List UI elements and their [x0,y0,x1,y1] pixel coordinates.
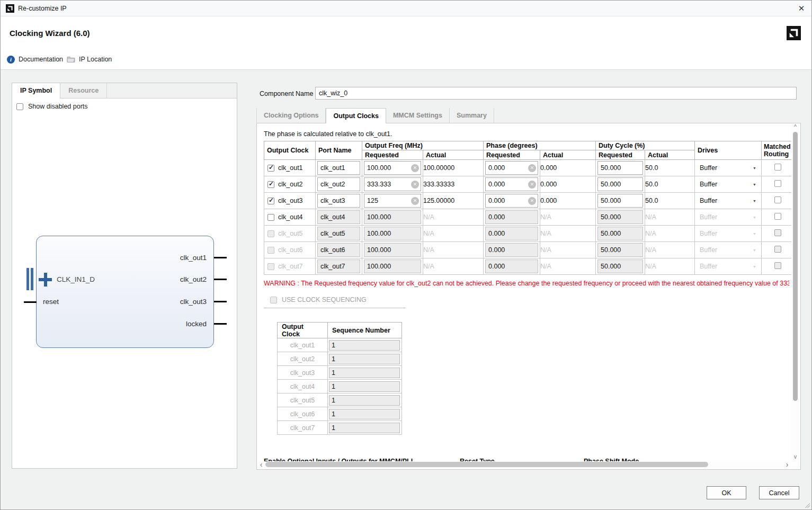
vertical-scrollbar[interactable]: ^ v [791,124,799,460]
clk-out3-enable-checkbox[interactable]: ✓ [267,198,274,204]
clk-out4-enable-checkbox[interactable] [267,214,274,221]
chevron-down-icon: ▼ [753,265,756,269]
documentation-button[interactable]: i Documentation [7,49,63,69]
phase-requested-input [487,230,536,237]
scroll-right-icon[interactable]: › [784,461,790,468]
chevron-down-icon: ▼ [753,232,756,236]
matched-routing-checkbox[interactable] [774,213,781,220]
clk-out5-enable-checkbox [267,230,274,237]
drives-dropdown[interactable]: Buffer▼ [695,164,761,172]
clear-icon[interactable]: ✕ [411,181,419,189]
matched-routing-checkbox[interactable] [774,246,781,253]
output-clock-label: clk_out6 [278,246,303,254]
clk-out2-enable-checkbox[interactable]: ✓ [267,181,274,188]
phase-requested-input [487,246,536,254]
clear-icon[interactable]: ✕ [411,197,419,205]
toolbar: i Documentation IP Location [1,49,811,70]
port-name-input[interactable] [317,177,360,191]
folder-icon [67,55,75,64]
col-seq-output-clock: Output Clock [278,323,328,338]
port-name-input [317,243,360,257]
scroll-left-icon[interactable]: ‹ [258,461,264,468]
drives-dropdown[interactable]: Buffer▼ [695,197,761,204]
col-sequence-number: Sequence Number [328,323,402,338]
output-clock-label: clk_out7 [278,263,303,270]
matched-routing-checkbox[interactable] [774,229,781,236]
port-name-input[interactable] [317,161,360,175]
warning-message: WARNING : The Requested frequency value … [264,280,789,287]
phase-note: The phase is calculated relative to clk_… [264,130,392,138]
clear-icon[interactable]: ✕ [528,164,536,172]
clear-icon[interactable]: ✕ [528,197,536,205]
freq-requested-input[interactable] [366,181,411,188]
resize-grip[interactable] [805,503,810,508]
clk-out1-enable-checkbox[interactable]: ✓ [267,165,274,172]
settings-tabs: Clocking Options Output Clocks MMCM Sett… [256,108,494,123]
freq-actual-value: 100.00000 [423,160,484,176]
tab-summary[interactable]: Summary [450,108,494,123]
show-disabled-ports-checkbox[interactable]: Show disabled ports [16,103,88,110]
table-row: clk_out5 [278,393,402,407]
duty-actual-value: 50.0 [645,193,695,209]
phase-actual-value: 0.000 [540,176,596,193]
sequence-number-input [329,423,400,433]
duty-requested-input [600,246,641,254]
ok-button[interactable]: OK [707,486,746,499]
tab-mmcm-settings[interactable]: MMCM Settings [386,108,450,123]
freq-requested-input [366,263,419,270]
horizontal-scrollbar-thumb[interactable] [265,462,708,467]
freq-requested-input [366,230,419,237]
freq-requested-input[interactable] [366,164,411,172]
matched-routing-checkbox[interactable] [774,262,781,269]
left-panel-tabs: IP Symbol Resource [12,83,237,99]
scroll-up-icon[interactable]: ^ [791,124,799,130]
ip-block-diagram [36,236,214,348]
port-clk-out1: clk_out1 [180,254,207,262]
clear-icon[interactable]: ✕ [411,164,419,172]
reset-pin-stub [24,301,37,303]
phase-requested-input[interactable] [487,181,528,188]
table-row: clk_out4 N/A N/A N/A Buffer▼ [264,209,794,226]
duty-actual-value: 50.0 [645,160,695,176]
duty-requested-input[interactable] [600,181,641,188]
phase-requested-input[interactable] [487,197,528,204]
clock-sequencing-table: Output Clock Sequence Number clk_out1 cl… [277,322,402,435]
duty-requested-input[interactable] [600,197,641,204]
vertical-scrollbar-thumb[interactable] [793,132,798,401]
component-name-input[interactable] [315,87,797,100]
phase-requested-input [487,213,536,221]
tab-output-clocks[interactable]: Output Clocks [326,108,386,123]
phase-actual-value: N/A [540,226,596,242]
output-clocks-table: Output Clock Port Name Output Freq (MHz)… [264,141,794,275]
duty-requested-input [600,263,641,270]
horizontal-scrollbar[interactable]: ‹ › [258,461,790,468]
matched-routing-checkbox[interactable] [774,180,781,187]
duty-requested-input[interactable] [600,164,641,172]
phase-requested-input[interactable] [487,164,528,172]
col-duty-cycle: Duty Cycle (%) [596,141,695,150]
clk-out1-pin-stub [214,257,227,258]
duty-requested-input [600,230,641,237]
settings-panel: Clocking Options Output Clocks MMCM Sett… [256,108,801,470]
sequence-number-input [329,395,400,406]
close-icon[interactable]: ✕ [795,3,808,14]
table-row: clk_out6 [278,407,402,421]
tab-resource[interactable]: Resource [60,83,107,98]
table-row: ✓clk_out2 ✕ 333.33333 ✕ 0.000 50.0 Buffe… [264,176,794,193]
ip-location-button[interactable]: IP Location [67,49,112,69]
clk-out2-pin-stub [214,279,227,280]
col-output-clock: Output Clock [264,141,316,160]
tab-ip-symbol[interactable]: IP Symbol [12,83,60,99]
scroll-down-icon[interactable]: v [791,454,799,460]
col-duty-requested: Requested [596,150,645,160]
cancel-button[interactable]: Cancel [759,486,799,499]
port-name-input[interactable] [317,194,360,208]
matched-routing-checkbox[interactable] [774,164,781,171]
drives-dropdown[interactable]: Buffer▼ [695,181,761,188]
expand-plus-icon[interactable] [44,273,47,287]
clear-icon[interactable]: ✕ [528,181,536,189]
freq-actual-value: N/A [423,242,484,258]
matched-routing-checkbox[interactable] [774,196,781,203]
freq-requested-input[interactable] [366,197,411,204]
tab-clocking-options[interactable]: Clocking Options [256,108,326,123]
